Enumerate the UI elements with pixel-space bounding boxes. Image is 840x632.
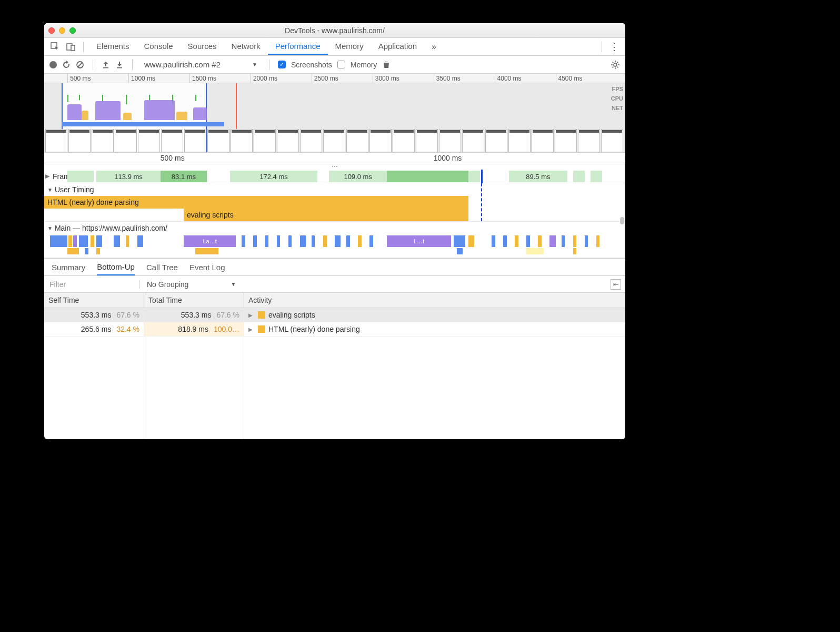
flame-chip[interactable] (515, 235, 518, 247)
device-toolbar-icon[interactable] (64, 40, 78, 54)
playhead-marker[interactable] (481, 170, 483, 183)
screenshot-thumb[interactable]: … (462, 129, 484, 152)
panel-tab-network[interactable]: Network (224, 38, 268, 55)
flame-chip[interactable] (573, 235, 577, 247)
frame-segment[interactable] (468, 171, 480, 182)
frame-segment[interactable]: 89.5 ms (509, 171, 567, 182)
screenshot-thumb[interactable]: … (92, 129, 114, 152)
flame-chip[interactable] (526, 235, 530, 247)
settings-gear-icon[interactable] (611, 60, 620, 70)
flame-chip[interactable] (454, 235, 465, 247)
panel-tab-console[interactable]: Console (137, 38, 181, 55)
flame-chip[interactable] (137, 235, 143, 247)
screenshot-thumb[interactable]: … (207, 129, 229, 152)
recording-select[interactable]: www.paulirish.com #2 ▼ (141, 60, 261, 69)
panel-tab-memory[interactable]: Memory (328, 38, 371, 55)
user-timing-bar[interactable]: evaling scripts (184, 209, 468, 221)
collapse-triangle-icon[interactable]: ▼ (47, 225, 53, 231)
col-total-time[interactable]: Total Time (144, 293, 244, 308)
flame-chip[interactable] (468, 235, 474, 247)
flame-chip[interactable] (503, 235, 507, 247)
flame-chip[interactable] (562, 235, 565, 247)
flame-chip[interactable] (85, 248, 88, 254)
screenshot-thumb[interactable]: … (369, 129, 392, 152)
upload-icon[interactable] (102, 61, 110, 69)
scrollbar-thumb[interactable] (620, 217, 624, 224)
trash-icon[interactable] (382, 61, 391, 69)
details-tab-bottom-up[interactable]: Bottom-Up (97, 259, 135, 275)
col-self-time[interactable]: Self Time (44, 293, 144, 308)
frame-segment[interactable]: 109.0 ms (329, 171, 387, 182)
screenshot-thumb[interactable]: … (601, 129, 623, 152)
details-tab-summary[interactable]: Summary (52, 260, 85, 275)
expand-triangle-icon[interactable]: ▶ (248, 312, 253, 318)
flame-chip[interactable] (335, 235, 341, 247)
screenshot-thumb[interactable]: … (485, 129, 507, 152)
frame-segment[interactable]: 172.4 ms (230, 171, 317, 182)
screenshot-thumb[interactable]: … (508, 129, 531, 152)
screenshot-thumb[interactable]: … (346, 129, 368, 152)
table-row[interactable]: 553.3 ms67.6 %553.3 ms67.6 %▶evaling scr… (44, 308, 625, 322)
screenshots-checkbox[interactable]: ✓ (278, 61, 286, 68)
memory-checkbox[interactable] (337, 61, 345, 68)
flame-chip[interactable] (114, 235, 119, 247)
flame-chip[interactable] (73, 235, 77, 247)
table-row[interactable]: 265.6 ms32.4 %818.9 ms100.0…▶HTML (nearl… (44, 322, 625, 337)
flame-chip[interactable] (50, 235, 67, 247)
flame-chip[interactable] (195, 248, 218, 254)
kebab-menu-icon[interactable]: ⋮ (607, 40, 621, 54)
clear-icon[interactable] (76, 61, 84, 69)
details-tab-event-log[interactable]: Event Log (189, 260, 225, 275)
frame-segment[interactable]: 113.9 ms (96, 171, 160, 182)
screenshot-thumb[interactable]: … (231, 129, 253, 152)
collapse-triangle-icon[interactable]: ▼ (47, 187, 53, 193)
screenshot-thumb[interactable]: … (323, 129, 345, 152)
record-button[interactable] (49, 61, 57, 68)
flame-chip[interactable] (253, 235, 257, 247)
main-thread-track[interactable]: ▼ Main — https://www.paulirish.com/ La…t… (44, 222, 625, 258)
flame-chip[interactable] (242, 235, 245, 247)
overflow-tabs-button[interactable]: » (426, 42, 442, 52)
flame-chip[interactable] (549, 235, 555, 247)
col-activity[interactable]: Activity (244, 293, 625, 308)
flame-chip[interactable] (369, 235, 373, 247)
flame-chip[interactable] (96, 248, 100, 254)
screenshot-thumb[interactable]: … (277, 129, 299, 152)
collapse-panel-icon[interactable]: ⇤ (611, 279, 621, 290)
grouping-select[interactable]: No Grouping ▼ (139, 280, 243, 289)
flame-chip[interactable] (91, 235, 94, 247)
flame-chip[interactable] (323, 235, 327, 247)
screenshot-thumb[interactable]: … (254, 129, 276, 152)
frames-track[interactable]: ▶ Frames 113.9 ms83.1 ms172.4 ms109.0 ms… (44, 170, 625, 183)
flame-chip[interactable] (358, 235, 362, 247)
flame-chip[interactable] (68, 235, 72, 247)
reload-icon[interactable] (62, 61, 71, 69)
frame-segment[interactable] (591, 171, 602, 182)
download-icon[interactable] (115, 61, 124, 69)
frame-segment[interactable]: 83.1 ms (161, 171, 207, 182)
panel-tab-application[interactable]: Application (371, 38, 424, 55)
flame-chip[interactable] (346, 235, 350, 247)
flame-chip[interactable] (277, 235, 281, 247)
screenshot-thumb[interactable]: … (555, 129, 577, 152)
detail-ruler[interactable]: 500 ms1000 ms (44, 153, 625, 164)
flame-chip[interactable] (79, 235, 88, 247)
user-timing-track[interactable]: ▼ User Timing HTML (nearly) done parsing… (44, 183, 625, 222)
details-tab-call-tree[interactable]: Call Tree (146, 260, 178, 275)
screenshot-thumb[interactable]: … (138, 129, 160, 152)
filter-input[interactable]: Filter (44, 280, 139, 289)
flame-chip[interactable] (96, 235, 102, 247)
screenshot-thumb[interactable]: … (184, 129, 206, 152)
flame-chip[interactable] (585, 235, 588, 247)
panel-tab-elements[interactable]: Elements (89, 38, 137, 55)
screenshot-thumb[interactable]: … (393, 129, 415, 152)
screenshot-thumb[interactable]: … (439, 129, 461, 152)
flame-chip[interactable] (265, 235, 269, 247)
panel-tab-sources[interactable]: Sources (181, 38, 224, 55)
frame-segment[interactable] (67, 171, 94, 182)
screenshot-thumb[interactable]: … (578, 129, 600, 152)
flame-chip[interactable]: L…t (387, 235, 451, 247)
screenshot-thumb[interactable]: … (68, 129, 91, 152)
panel-tab-performance[interactable]: Performance (268, 38, 328, 55)
flame-chip[interactable] (492, 235, 495, 247)
